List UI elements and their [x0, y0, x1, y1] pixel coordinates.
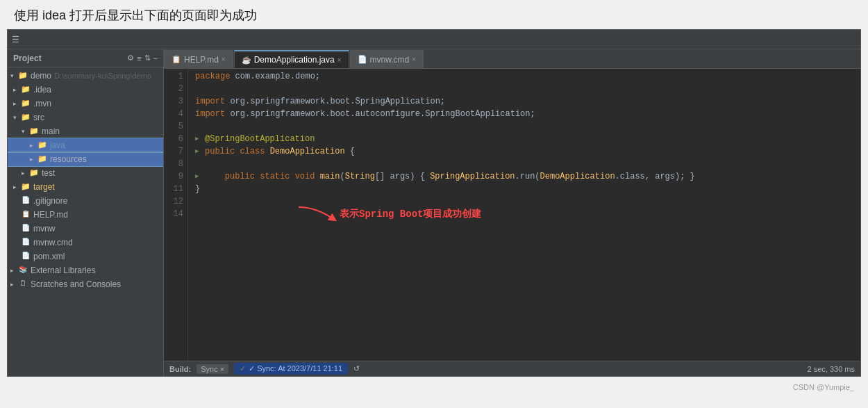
red-arrow-svg: [295, 204, 337, 225]
annotation-text: 表示Spring Boot项目成功创建: [340, 208, 481, 220]
ln-5: 5: [164, 120, 183, 133]
build-label: Build:: [169, 365, 191, 373]
run-icon-9[interactable]: ▶: [195, 170, 205, 183]
tab-helpmd[interactable]: 📋 HELP.md ×: [164, 50, 233, 68]
kw-void: void: [295, 170, 320, 183]
tab-close-helpmd[interactable]: ×: [222, 56, 226, 63]
cls-springapp: SpringApplication: [430, 170, 515, 183]
tree-item-demo[interactable]: 📁 demo D:\summary-ku\Spring\demo: [8, 69, 163, 83]
sort-icon[interactable]: ⇅: [144, 54, 151, 63]
run-icon-7[interactable]: ▶: [195, 145, 205, 158]
label-test: test: [42, 168, 55, 178]
label-main: main: [42, 127, 60, 136]
tree-item-java[interactable]: 📁 java: [8, 138, 163, 152]
arrow-external: [10, 267, 17, 274]
ln-9: 9: [164, 170, 183, 183]
menu-icon[interactable]: ☰: [12, 35, 19, 44]
pkg-name: com.example.demo;: [235, 70, 320, 83]
arrow-main: [22, 128, 28, 135]
ln-7: 7: [164, 145, 183, 158]
tab-demojava[interactable]: ☕ DemoApplication.java ×: [234, 50, 349, 68]
file-icon-mvnw: 📄: [20, 224, 31, 234]
arrow-scratches: [10, 281, 17, 288]
sync-success: ✓ ✓ Sync: At 2023/7/11 21:11: [234, 363, 348, 375]
run-icon-6[interactable]: ▶: [195, 133, 205, 145]
arrow-demo: [10, 72, 17, 79]
tree-item-target[interactable]: 📁 target: [8, 180, 163, 194]
label-gitignore: .gitignore: [33, 196, 67, 206]
code-content[interactable]: package com.example.demo; import org.spr…: [188, 69, 860, 361]
file-icon-gitignore: 📄: [20, 196, 31, 206]
folder-icon-demo: 📁: [17, 71, 28, 81]
tree-item-resources[interactable]: 📁 resources: [8, 152, 163, 166]
editor-area: 📋 HELP.md × ☕ DemoApplication.java × 📄 m…: [164, 49, 860, 376]
refresh-icon[interactable]: ↺: [353, 364, 360, 373]
tab-label-mvnwcmd: mvnw.cmd: [370, 55, 410, 65]
tree-item-src[interactable]: 📁 src: [8, 111, 163, 124]
open-brace: {: [345, 145, 355, 158]
ln-8: 8: [164, 158, 183, 170]
title-text: 使用 idea 打开后显示出下面的页面即为成功: [14, 8, 257, 22]
tree-item-main[interactable]: 📁 main: [8, 124, 163, 138]
code-line-14: 表示Spring Boot项目成功创建: [195, 208, 853, 220]
minus-icon[interactable]: −: [153, 54, 158, 63]
ide-body: Project ⚙ ≡ ⇅ − 📁 demo D:\summary-ku\Sp: [8, 49, 860, 376]
main-rest: [] args) {: [375, 170, 430, 183]
arrow-test: [22, 170, 28, 177]
line-numbers: 1 2 3 4 5 6 7 8 9 11 12 14: [164, 69, 188, 361]
ide-topbar: ☰: [8, 30, 860, 49]
code-line-1: package com.example.demo;: [195, 70, 853, 83]
tab-close-mvnwcmd[interactable]: ×: [412, 56, 416, 63]
tree-item-scratches[interactable]: 🗒 Scratches and Consoles: [8, 277, 163, 291]
sync-tab[interactable]: Sync ×: [197, 364, 228, 374]
label-src: src: [33, 113, 44, 122]
tree-item-helpmd[interactable]: 📋 HELP.md: [8, 208, 163, 222]
page-wrapper: 使用 idea 打开后显示出下面的页面即为成功 ☰ Project ⚙ ≡ ⇅ …: [0, 0, 868, 408]
label-scratches: Scratches and Consoles: [31, 279, 121, 289]
arrow-resources: [30, 156, 37, 163]
tabs-bar: 📋 HELP.md × ☕ DemoApplication.java × 📄 m…: [164, 49, 860, 69]
kw-static: static: [260, 170, 294, 183]
tree-item-gitignore[interactable]: 📄 .gitignore: [8, 194, 163, 208]
tree-item-idea[interactable]: 📁 .idea: [8, 83, 163, 97]
status-right: 2 sec, 330 ms: [808, 365, 855, 373]
cls-demo2: DemoApplication: [540, 170, 615, 183]
kw-package: package: [195, 70, 235, 83]
tree-item-external[interactable]: 📚 External Libraries: [8, 263, 163, 277]
settings-icon[interactable]: ⚙: [127, 54, 134, 63]
bottom-bar: CSDN @Yumpie_: [0, 377, 868, 398]
run-call: .run(: [515, 170, 540, 183]
arrow-mvn: [13, 100, 20, 107]
indent-9: [205, 170, 225, 183]
ide-container: ☰ Project ⚙ ≡ ⇅ −: [7, 29, 861, 377]
ln-2: 2: [164, 83, 183, 95]
label-pomxml: pom.xml: [33, 252, 65, 261]
layout-icon[interactable]: ≡: [137, 54, 141, 63]
scratch-icon: 🗒: [17, 279, 28, 289]
label-mvn: .mvn: [33, 99, 51, 108]
file-icon-pomxml: 📄: [20, 252, 31, 261]
code-line-9: ▶ public static void main(String[] args)…: [195, 170, 853, 183]
build-status-left: Build: Sync × ✓ ✓ Sync: At 2023/7/11 21:…: [169, 363, 360, 375]
tree-item-test[interactable]: 📁 test: [8, 166, 163, 180]
code-area[interactable]: 1 2 3 4 5 6 7 8 9 11 12 14: [164, 69, 860, 361]
arrow-src: [13, 114, 20, 121]
tree-item-mvnw[interactable]: 📄 mvnw: [8, 222, 163, 236]
tree-item-mvnwcmd[interactable]: 📄 mvnw.cmd: [8, 236, 163, 250]
file-icon-mvnwcmd: 📄: [20, 238, 31, 247]
arrow-target: [13, 183, 20, 190]
tab-close-demojava[interactable]: ×: [337, 56, 342, 64]
sync-status-text: ✓ Sync: At 2023/7/11 21:11: [249, 364, 342, 373]
tree-item-pomxml[interactable]: 📄 pom.xml: [8, 250, 163, 263]
annotation-springboot: @SpringBootApplication: [205, 133, 315, 145]
tab-mvnwcmd[interactable]: 📄 mvnw.cmd ×: [350, 50, 424, 68]
code-line-2: [195, 83, 853, 95]
folder-icon-resources: 📁: [37, 154, 48, 164]
kw-public2: public: [225, 170, 260, 183]
label-idea: .idea: [33, 85, 51, 95]
tree-item-mvn[interactable]: 📁 .mvn: [8, 97, 163, 111]
label-java: java: [50, 140, 65, 150]
code-line-8: [195, 158, 853, 170]
tab-icon-mvnwcmd: 📄: [358, 55, 367, 64]
label-resources: resources: [50, 154, 87, 164]
